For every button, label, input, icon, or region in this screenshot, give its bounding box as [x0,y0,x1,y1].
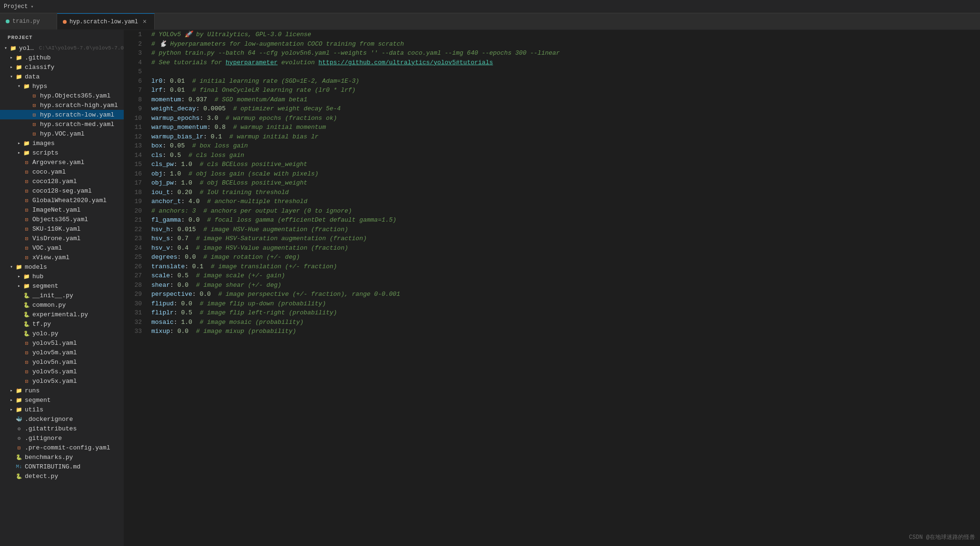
sidebar-item-images[interactable]: 📁images [0,138,124,148]
sidebar-item-gitignore[interactable]: ⚙.gitignore [0,433,124,443]
line-number: 1 [128,30,142,39]
sidebar-item-runs[interactable]: 📁runs [0,386,124,395]
sidebar-item-detect-py[interactable]: 🐍detect.py [0,471,124,481]
sidebar-item-hyps[interactable]: 📁hyps [0,81,124,91]
sidebar-item-globalwheat[interactable]: ⊡GlobalWheat2020.yaml [0,195,124,205]
item-icon: ⊡ [23,225,30,233]
item-label: classify [25,64,54,71]
item-label: yolov5n.yaml [32,359,77,366]
sidebar-item-init-py[interactable]: 🐍__init__.py [0,291,124,300]
sidebar-item-yolov5x-yaml[interactable]: ⊡yolov5x.yaml [0,376,124,386]
sidebar-item-yolov5s-yaml[interactable]: ⊡yolov5s.yaml [0,367,124,376]
sidebar-item-data[interactable]: 📁data [0,72,124,81]
sidebar-item-precommit[interactable]: ⊡.pre-commit-config.yaml [0,443,124,452]
sidebar-item-coco128-seg[interactable]: ⊡coco128-seg.yaml [0,186,124,195]
sidebar-item-classify[interactable]: 📁classify [0,62,124,72]
code-line: obj: 1.0 # obj loss gain (scale with pix… [151,169,976,179]
root-folder-icon: 📁 [10,44,17,52]
code-line: cls_pw: 1.0 # cls BCELoss positive_weigh… [151,160,976,169]
sidebar-item-hyp-scratch-low[interactable]: ⊡hyp.scratch-low.yaml [0,110,124,119]
title-bar-chevron: ▾ [30,4,33,10]
item-label: Objects365.yaml [32,216,88,223]
sidebar-item-benchmarks-py[interactable]: 🐍benchmarks.py [0,452,124,462]
code-line: perspective: 0.0 # image perspective (+/… [151,290,976,299]
sidebar-item-experimental-py[interactable]: 🐍experimental.py [0,310,124,319]
sidebar-item-common-py[interactable]: 🐍common.py [0,300,124,310]
tab-icon-py [6,20,10,23]
code-line: # python train.py --batch 64 --cfg yolov… [151,49,976,58]
item-icon: 📁 [15,406,23,413]
sidebar-item-hyp-scratch-med[interactable]: ⊡hyp.scratch-med.yaml [0,119,124,129]
sidebar-item-yolov5m-yaml[interactable]: ⊡yolov5m.yaml [0,348,124,357]
item-label: .pre-commit-config.yaml [25,444,110,451]
sidebar-item-utils[interactable]: 📁utils [0,405,124,414]
sidebar-item-voc[interactable]: ⊡VOC.yaml [0,243,124,253]
item-icon: 📁 [23,282,30,290]
sidebar-item-yolov5n-yaml[interactable]: ⊡yolov5n.yaml [0,357,124,367]
sidebar-item-hyp-objects365[interactable]: ⊡hyp.Objects365.yaml [0,91,124,100]
item-icon: ⊡ [23,206,30,214]
item-label: images [32,140,55,147]
item-label: ImageNet.yaml [32,206,80,214]
sidebar-item-models[interactable]: 📁models [0,262,124,272]
item-label: hyp.scratch-med.yaml [40,121,114,128]
sidebar-item-tf-py[interactable]: 🐍tf.py [0,319,124,329]
line-number: 13 [128,141,142,151]
sidebar-item-hyp-scratch-high[interactable]: ⊡hyp.scratch-high.yaml [0,100,124,110]
sidebar-item-objects365[interactable]: ⊡Objects365.yaml [0,214,124,224]
line-number: 6 [128,77,142,86]
item-label: SKU-110K.yaml [32,225,80,233]
sidebar-item-dockerignore[interactable]: 🐳.dockerignore [0,414,124,424]
sidebar-item-segment[interactable]: 📁segment [0,281,124,291]
line-number: 10 [128,114,142,123]
code-line: hsv_v: 0.4 # image HSV-Value augmentatio… [151,244,976,253]
line-number: 32 [128,318,142,327]
project-header[interactable]: Project [0,32,124,43]
line-number: 25 [128,253,142,262]
line-number: 33 [128,327,142,336]
item-icon: ⊡ [30,92,38,99]
item-arrow [8,73,15,80]
line-number: 28 [128,281,142,290]
line-number: 7 [128,86,142,95]
code-line: cls: 0.5 # cls loss gain [151,151,976,160]
tab-hyp-scratch-low[interactable]: hyp.scratch-low.yaml× [57,13,155,29]
sidebar-item-imagenet[interactable]: ⊡ImageNet.yaml [0,205,124,214]
sidebar-item-scripts[interactable]: 📁scripts [0,148,124,157]
code-area[interactable]: # YOLOv5 🚀 by Ultralytics, GPL-3.0 licen… [148,30,980,546]
sidebar-item-coco[interactable]: ⊡coco.yaml [0,167,124,176]
item-icon: 🐍 [23,301,30,309]
sidebar-tree: 📁 yolov5-7.0 C:\AI\yolov5-7.0\yolov5-7.0… [0,43,124,481]
sidebar-item-segment2[interactable]: 📁segment [0,395,124,405]
sidebar-item-contributing-md[interactable]: M↓CONTRIBUTING.md [0,462,124,471]
sidebar-item-github[interactable]: 📁.github [0,53,124,62]
tab-icon-yaml [63,20,67,24]
line-numbers: 1234567891011121314151617181920212223242… [124,30,148,546]
tab-train[interactable]: train.py [0,13,57,29]
sidebar-root[interactable]: 📁 yolov5-7.0 C:\AI\yolov5-7.0\yolov5-7.0 [0,43,124,53]
sidebar-item-yolo-py[interactable]: 🐍yolo.py [0,329,124,338]
item-label: __init__.py [32,292,73,299]
sidebar-item-visdrone[interactable]: ⊡VisDrone.yaml [0,234,124,243]
root-label: yolov5-7.0 [19,45,37,52]
item-label: hub [32,273,43,280]
code-line: degrees: 0.0 # image rotation (+/- deg) [151,253,976,262]
item-icon: 📁 [23,149,30,156]
sidebar-item-argoverse[interactable]: ⊡Argoverse.yaml [0,157,124,167]
sidebar-item-hyp-voc[interactable]: ⊡hyp.VOC.yaml [0,129,124,138]
item-label: Argoverse.yaml [32,159,84,166]
sidebar-item-hub[interactable]: 📁hub [0,272,124,281]
item-arrow [15,139,23,147]
line-number: 29 [128,290,142,299]
tab-close-button[interactable]: × [141,18,148,26]
sidebar-item-sku110k[interactable]: ⊡SKU-110K.yaml [0,224,124,234]
item-icon: ⊡ [23,168,30,176]
code-line: translate: 0.1 # image translation (+/- … [151,262,976,272]
sidebar-item-xview[interactable]: ⊡xView.yaml [0,253,124,262]
sidebar-item-yolov5l-yaml[interactable]: ⊡yolov5l.yaml [0,338,124,348]
code-line: fl_gamma: 0.0 # focal loss gamma (effici… [151,215,976,225]
title-bar-text: Project [4,3,28,10]
sidebar-item-coco128[interactable]: ⊡coco128.yaml [0,176,124,186]
sidebar-item-gitattributes[interactable]: ⚙.gitattributes [0,424,124,433]
line-number: 3 [128,49,142,58]
